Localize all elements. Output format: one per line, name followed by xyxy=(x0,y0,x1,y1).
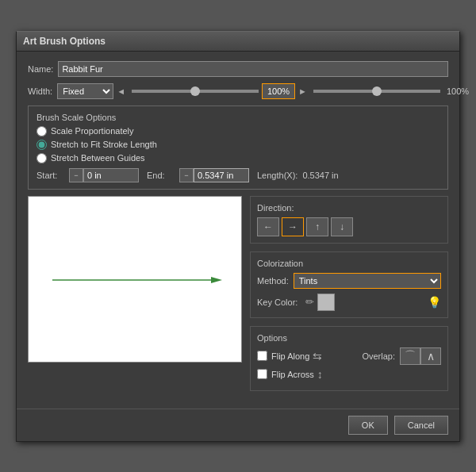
scale-proportionately-label: Scale Proportionately xyxy=(51,126,134,136)
brush-scale-label: Brush Scale Options xyxy=(36,113,440,122)
arrow-left-icon[interactable]: ◄ xyxy=(117,86,125,96)
preview-box xyxy=(28,196,242,363)
colorization-section: Colorization Method: None Tints Tints an… xyxy=(250,251,448,318)
method-select[interactable]: None Tints Tints and Shades Hue Shift xyxy=(294,273,441,289)
stretch-fit-radio[interactable] xyxy=(36,140,47,150)
eyedropper-icon[interactable]: ✏ xyxy=(305,296,314,308)
width-percent-1[interactable] xyxy=(262,83,295,99)
direction-left-btn[interactable]: ← xyxy=(257,217,279,236)
key-color-label: Key Color: xyxy=(257,297,298,307)
dialog-title: Art Brush Options xyxy=(23,36,106,47)
end-decrement-btn[interactable]: − xyxy=(179,168,194,182)
width-label: Width: xyxy=(28,86,52,96)
direction-buttons: ← → ↑ ↓ xyxy=(257,217,441,236)
start-input[interactable] xyxy=(83,168,139,182)
end-label: End: xyxy=(147,171,175,180)
scale-proportionately-row: Scale Proportionately xyxy=(36,126,440,136)
art-brush-options-dialog: Art Brush Options Name: Width: Fixed Pre… xyxy=(16,31,460,442)
flip-along-icon: ⇆ xyxy=(313,350,322,363)
end-input[interactable] xyxy=(194,168,249,182)
length-value: 0.5347 in xyxy=(302,171,338,180)
flip-across-label: Flip Across xyxy=(271,370,314,379)
direction-section: Direction: ← → ↑ ↓ xyxy=(250,196,448,244)
flip-along-label: Flip Along xyxy=(271,351,309,361)
arrow-right-icon[interactable]: ► xyxy=(298,86,307,96)
width-percent-2: 100% xyxy=(447,86,469,96)
ok-button[interactable]: OK xyxy=(348,416,388,435)
brush-scale-box: Brush Scale Options Scale Proportionatel… xyxy=(28,106,448,190)
start-label: Start: xyxy=(36,171,64,180)
cancel-button[interactable]: Cancel xyxy=(394,416,448,435)
key-color-swatch[interactable] xyxy=(317,294,335,311)
svg-marker-1 xyxy=(211,277,222,283)
dialog-title-bar: Art Brush Options xyxy=(17,32,459,52)
width-slider-2[interactable] xyxy=(313,90,440,93)
bottom-buttons-row: OK Cancel xyxy=(17,409,459,441)
overlap-btn-1[interactable]: ⌒ xyxy=(400,347,420,365)
start-decrement-btn[interactable]: − xyxy=(69,168,83,182)
flip-along-checkbox[interactable] xyxy=(257,351,267,361)
stretch-guides-label: Stretch Between Guides xyxy=(51,153,145,163)
options-label: Options xyxy=(257,333,441,343)
overlap-label: Overlap: xyxy=(362,351,395,361)
scale-proportionately-radio[interactable] xyxy=(36,126,47,136)
direction-up-btn[interactable]: ↑ xyxy=(306,217,328,236)
colorization-label: Colorization xyxy=(257,259,441,268)
flip-across-icon: ↕ xyxy=(317,368,323,381)
stretch-guides-radio[interactable] xyxy=(36,153,47,163)
name-label: Name: xyxy=(28,64,53,74)
stretch-fit-row: Stretch to Fit Stroke Length xyxy=(36,140,440,150)
width-slider-1[interactable] xyxy=(132,90,259,93)
direction-label: Direction: xyxy=(257,203,441,213)
direction-down-btn[interactable]: ↓ xyxy=(331,217,353,236)
options-section: Options Flip Along ⇆ Overlap: ⌒ ∧ Fli xyxy=(250,326,448,391)
stretch-fit-label: Stretch to Fit Stroke Length xyxy=(51,140,157,149)
name-input[interactable] xyxy=(58,61,448,77)
overlap-btn-2[interactable]: ∧ xyxy=(420,347,441,365)
flip-across-checkbox[interactable] xyxy=(257,369,267,379)
width-select[interactable]: Fixed Pressure Velocity Random xyxy=(57,83,113,99)
info-icon[interactable]: 💡 xyxy=(428,296,441,309)
stretch-guides-row: Stretch Between Guides xyxy=(36,153,440,163)
length-label: Length(X): xyxy=(257,171,298,180)
method-label: Method: xyxy=(257,276,289,286)
direction-right-btn[interactable]: → xyxy=(282,217,304,236)
